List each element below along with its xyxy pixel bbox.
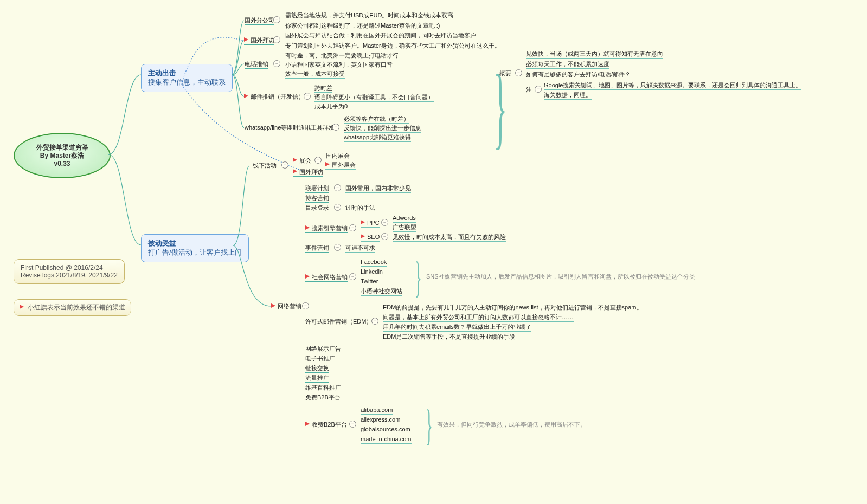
collapse-icon[interactable]: − (535, 86, 542, 93)
node-affiliate-n[interactable]: 国外常用，国内非常少见 (345, 184, 411, 193)
node-gaiyao[interactable]: 概要 (499, 69, 511, 77)
node-paidb2b[interactable]: 收费B2B平台 (305, 421, 347, 429)
node-linkex[interactable]: 链接交换 (305, 364, 329, 373)
node-b1c3a[interactable]: 有时差，南、北美洲一定要晚上打电话才行 (285, 51, 399, 60)
mindmap-canvas: 外贸接单渠道穷举 By Master蔡浩 v0.33 First Publish… (0, 0, 867, 504)
node-b1c2b[interactable]: 专门策划到国外去拜访客户。Master身边，确实有些大工厂和外贸公司在这么干。 (285, 42, 500, 50)
node-edm1[interactable]: EDM的前提是，先要有几千几万的人主动订阅你的news list，再对他们进行营… (383, 303, 643, 312)
node-gy-c[interactable]: 如何有足够多的客户去拜访/电话/邮件？ (526, 70, 631, 79)
node-b1c3[interactable]: 电话推销 (245, 60, 268, 69)
connectors (0, 0, 867, 504)
node-tw[interactable]: Twitter (361, 277, 378, 286)
collapse-icon[interactable]: − (349, 224, 356, 231)
node-b1c4b[interactable]: 语言障碍更小（有翻译工具，不会口音问题） (314, 93, 434, 102)
collapse-icon[interactable]: − (334, 244, 341, 251)
collapse-icon[interactable]: − (334, 184, 341, 191)
node-event-n[interactable]: 可遇不可求 (345, 244, 375, 253)
node-banner[interactable]: 网络展示广告 (305, 345, 341, 353)
node-ppc[interactable]: PPC (361, 219, 380, 228)
node-adunion[interactable]: 广告联盟 (393, 223, 416, 232)
collapse-icon[interactable]: − (302, 302, 309, 309)
collapse-icon[interactable]: − (314, 157, 322, 164)
node-b1c4c[interactable]: 成本几乎为0 (314, 102, 348, 111)
node-netmarketing[interactable]: 网络营销 (271, 302, 301, 311)
node-freeb2b[interactable]: 免费B2B平台 (305, 393, 341, 402)
collapse-icon[interactable]: − (273, 60, 280, 67)
collapse-icon[interactable]: − (281, 161, 288, 169)
node-b1c2a[interactable]: 国外展会与拜访结合做：利用在国外开展会的期间，同时去拜访当地客户 (285, 31, 476, 40)
node-b1c4[interactable]: 邮件推销（开发信） (244, 93, 304, 101)
node-gy-d1[interactable]: Google搜索关键词、地图、图片等，只解决数据来源。要联系，还是会回归到具体的… (544, 81, 801, 90)
collapse-icon[interactable]: − (349, 273, 356, 280)
node-exhibition[interactable]: 展会 (293, 157, 311, 165)
node-sns[interactable]: 社会网络营销 (305, 273, 348, 282)
node-b1c3c[interactable]: 效率一般，成本可接受 (285, 70, 345, 79)
node-globalsources[interactable]: globalsources.com (361, 425, 410, 434)
node-gy-d[interactable]: 注 (526, 86, 532, 94)
node-b1c1a[interactable]: 需熟悉当地法规，并支付USD或EUD。时间成本和金钱成本双高 (285, 11, 453, 20)
node-affiliate[interactable]: 联署计划 (305, 184, 329, 193)
node-mic[interactable]: made-in-china.com (361, 435, 412, 444)
collapse-icon[interactable]: − (334, 204, 341, 211)
brace-sns: } (414, 253, 421, 302)
node-b1c5b[interactable]: 反馈快，能削探出进一步信息 (344, 124, 421, 133)
annot-sns: SNS社媒营销先主动加人，后发产品信息和图片，吸引别人留言和询盘，所以被归在被动… (426, 273, 695, 281)
collapse-icon[interactable]: − (273, 36, 280, 43)
node-b1c4a[interactable]: 跨时差 (314, 84, 332, 93)
node-ebook[interactable]: 电子书推广 (305, 354, 335, 363)
annot-b2b: 有效果，但同行竞争激烈，成单率偏低，费用高居不下。 (437, 421, 586, 429)
node-edm3[interactable]: 用几年的时间去积累emails数？早就做出上千万的业绩了 (383, 323, 531, 332)
collapse-icon[interactable]: − (304, 93, 311, 100)
brace-b2b: } (425, 400, 432, 450)
node-visit[interactable]: 国外拜访 (293, 168, 323, 177)
node-catalog[interactable]: 目录登录 (305, 204, 329, 212)
node-traffic[interactable]: 流量推广 (305, 374, 329, 383)
node-edm4[interactable]: EDM是二次销售等手段，不是直接提升业绩的手段 (383, 333, 515, 341)
collapse-icon[interactable]: − (381, 219, 388, 226)
node-seo-n[interactable]: 见效慢，时间成本太高，而且有失败的风险 (393, 233, 506, 242)
node-b1c1b[interactable]: 你家公司都到这种级别了，还是路过Master蔡浩的文章吧 :) (285, 22, 440, 30)
node-exh-dom[interactable]: 国内展会 (326, 152, 350, 160)
node-fb[interactable]: Facebook (361, 258, 387, 267)
node-edm2[interactable]: 问题是，基本上所有外贸公司和工厂的订阅人数都可以直接忽略不计…… (383, 313, 574, 322)
node-seo[interactable]: SEO (361, 233, 380, 242)
node-exh-intl[interactable]: 国外展会 (325, 161, 356, 170)
collapse-icon[interactable]: − (381, 233, 388, 240)
node-b1c2[interactable]: 国外拜访 (244, 36, 274, 45)
node-li[interactable]: Linkedin (361, 268, 383, 276)
node-blog[interactable]: 博客营销 (305, 194, 329, 203)
node-b1c5a[interactable]: 必须等客户在线（时差） (344, 115, 409, 124)
collapse-icon[interactable]: − (371, 318, 378, 325)
node-aliexpress[interactable]: aliexpress.com (361, 416, 400, 424)
node-b1c1[interactable]: 国外分公司 (245, 16, 274, 25)
node-offline[interactable]: 线下活动 (253, 161, 277, 170)
node-event[interactable]: 事件营销 (305, 244, 329, 253)
node-smalllang[interactable]: 小语种社交网站 (361, 287, 402, 296)
collapse-icon[interactable]: − (273, 16, 280, 23)
node-catalog-n[interactable]: 过时的手法 (345, 204, 375, 212)
node-adwords[interactable]: Adwords (393, 214, 416, 223)
node-wiki[interactable]: 维基百科推广 (305, 384, 341, 392)
node-gy-a[interactable]: 见效快，当场（或两三天内）就可得知有无潜在意向 (526, 50, 663, 59)
node-b1c3b[interactable]: 小语种国家英文不流利，英文国家有口音 (285, 61, 393, 69)
node-gy-b[interactable]: 必须每天工作，不能积累加速度 (526, 60, 609, 69)
node-edm[interactable]: 许可式邮件营销（EDM） (305, 318, 372, 326)
node-alibaba[interactable]: alibaba.com (361, 406, 393, 415)
collapse-icon[interactable]: − (349, 421, 356, 428)
node-sem[interactable]: 搜索引擎营销 (305, 224, 348, 233)
node-b1c5[interactable]: whatsapp/line等即时通讯工具群发 (245, 124, 335, 132)
collapse-icon[interactable]: − (515, 69, 522, 76)
collapse-icon[interactable]: − (332, 124, 339, 131)
node-gy-d2[interactable]: 海关数据，同理。 (544, 91, 592, 100)
node-b1c5c[interactable]: whatsapp比邮箱更难获得 (344, 133, 411, 142)
